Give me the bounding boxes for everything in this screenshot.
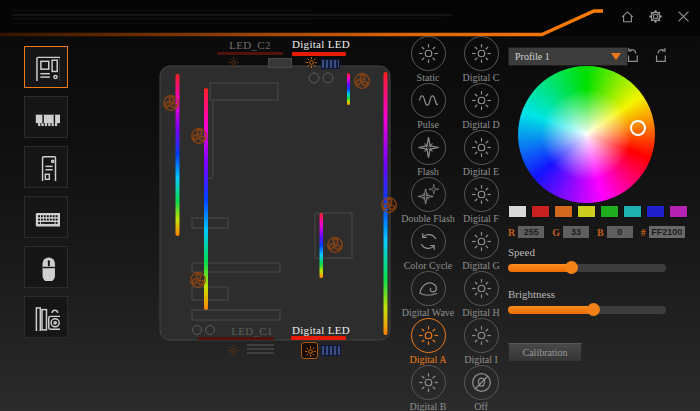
- color-swatch-0[interactable]: [508, 205, 527, 218]
- effect-digital-f[interactable]: Digital F: [454, 177, 508, 224]
- mouse-icon: [33, 254, 60, 281]
- fan-card-icon: [33, 304, 60, 331]
- rgb-fusion-window: LED_C2 Digital LED LED_C1 Digital LED St…: [0, 0, 700, 411]
- zone-underline-selected: [292, 52, 346, 56]
- effect-color-cycle[interactable]: Color Cycle: [402, 224, 454, 271]
- digital-led-top-strip-chip[interactable]: [321, 59, 340, 69]
- flash-icon: [411, 130, 446, 165]
- sun-icon: [464, 36, 499, 71]
- led-c1-header-chip[interactable]: [247, 344, 274, 354]
- sidebar-item-mouse[interactable]: [24, 246, 68, 288]
- effect-digital-e[interactable]: Digital E: [454, 130, 508, 177]
- zone-underline-dim: [217, 52, 283, 55]
- import-profile-button[interactable]: [623, 46, 643, 65]
- effect-digital-d[interactable]: Digital D: [454, 83, 508, 130]
- settings-panel: Profile 1 R 255 G 33 B 0 # FF2100 Speed …: [505, 0, 700, 411]
- effect-digital-wave[interactable]: Digital Wave: [402, 271, 454, 318]
- color-swatch-1[interactable]: [531, 205, 550, 218]
- speed-slider-knob[interactable]: [565, 261, 578, 274]
- effect-digital-b[interactable]: Digital B: [402, 365, 454, 411]
- r-label: R: [508, 227, 515, 238]
- motherboard-diagram: [150, 38, 410, 368]
- export-profile-button[interactable]: [651, 46, 671, 65]
- brightness-slider-knob[interactable]: [587, 303, 600, 316]
- sidebar-item-motherboard[interactable]: [24, 46, 68, 88]
- sun-icon: [464, 83, 499, 118]
- color-swatches: [508, 205, 688, 218]
- led-c2-connector-icon[interactable]: [227, 56, 240, 69]
- g-value-field[interactable]: 33: [563, 226, 589, 238]
- led-c2-header-chip[interactable]: [268, 58, 292, 68]
- effect-digital-a[interactable]: Digital A: [402, 318, 454, 365]
- color-swatch-6[interactable]: [646, 205, 665, 218]
- digital-led-bottom-sun-button[interactable]: [301, 342, 318, 359]
- calibration-button[interactable]: Calibration: [508, 343, 582, 362]
- sun-icon: [304, 345, 315, 356]
- keyboard-icon: [33, 204, 60, 231]
- b-value-field[interactable]: 0: [607, 226, 633, 238]
- zone-underline-selected: [291, 336, 346, 340]
- speed-label: Speed: [508, 246, 535, 258]
- zone-label-digital-led-top[interactable]: Digital LED: [288, 38, 354, 50]
- sun-icon: [464, 177, 499, 212]
- brightness-slider-fill: [508, 306, 593, 314]
- effect-double-flash[interactable]: Double Flash: [402, 177, 454, 224]
- effect-pulse[interactable]: Pulse: [402, 83, 454, 130]
- sun-icon: [411, 365, 446, 400]
- color-selector[interactable]: [630, 120, 646, 136]
- effect-digital-h[interactable]: Digital H: [454, 271, 508, 318]
- color-swatch-5[interactable]: [623, 205, 642, 218]
- brightness-label: Brightness: [508, 288, 555, 300]
- digital-led-top-sun-icon[interactable]: [305, 56, 318, 69]
- brightness-slider[interactable]: [508, 306, 666, 314]
- hex-label: #: [641, 227, 646, 238]
- profile-dropdown[interactable]: Profile 1: [508, 47, 628, 66]
- r-value-field[interactable]: 255: [518, 226, 544, 238]
- sidebar-item-pc-case[interactable]: [24, 146, 68, 188]
- speed-slider[interactable]: [508, 264, 666, 272]
- color-swatch-3[interactable]: [577, 205, 596, 218]
- device-sidebar: [24, 46, 68, 338]
- case-icon: [33, 154, 60, 181]
- motherboard-icon: [33, 54, 60, 81]
- sun-icon: [464, 318, 499, 353]
- chevron-down-icon: [611, 53, 621, 60]
- zone-label-led-c2[interactable]: LED_C2: [215, 39, 285, 51]
- effect-digital-i[interactable]: Digital I: [454, 318, 508, 365]
- zone-label-digital-led-bottom[interactable]: Digital LED: [288, 324, 354, 336]
- rgb-values-row: R 255 G 33 B 0 # FF2100: [508, 226, 693, 238]
- zone-label-led-c1[interactable]: LED_C1: [220, 325, 284, 337]
- sun-icon: [411, 36, 446, 71]
- effect-digital-c[interactable]: Digital C: [454, 36, 508, 83]
- board-outline: [160, 66, 390, 340]
- effect-digital-g[interactable]: Digital G: [454, 224, 508, 271]
- ram-icon: [33, 104, 60, 131]
- b-label: B: [597, 227, 604, 238]
- effects-grid: StaticDigital CPulseDigital DFlashDigita…: [402, 36, 508, 411]
- hex-value-field[interactable]: FF2100: [649, 226, 685, 238]
- sidebar-item-accessories[interactable]: [24, 296, 68, 338]
- effect-flash[interactable]: Flash: [402, 130, 454, 177]
- wave-icon: [411, 271, 446, 306]
- digital-led-bottom-strip-chip[interactable]: [321, 345, 341, 356]
- sidebar-item-keyboard[interactable]: [24, 196, 68, 238]
- color-swatch-2[interactable]: [554, 205, 573, 218]
- sidebar-item-memory[interactable]: [24, 96, 68, 138]
- color-swatch-4[interactable]: [600, 205, 619, 218]
- sun-icon: [464, 224, 499, 259]
- cycle-icon: [411, 224, 446, 259]
- led-c1-connector-icon[interactable]: [227, 344, 240, 357]
- dflash-icon: [411, 177, 446, 212]
- sun-icon: [411, 318, 446, 353]
- speed-slider-fill: [508, 264, 571, 272]
- pulse-icon: [411, 83, 446, 118]
- sun-icon: [464, 271, 499, 306]
- effect-off[interactable]: Off: [454, 365, 508, 411]
- zone-underline-dim: [198, 337, 274, 340]
- off-icon: [464, 365, 499, 400]
- effect-static[interactable]: Static: [402, 36, 454, 83]
- g-label: G: [552, 227, 560, 238]
- sun-icon: [464, 130, 499, 165]
- profile-value: Profile 1: [515, 51, 550, 62]
- color-swatch-7[interactable]: [669, 205, 688, 218]
